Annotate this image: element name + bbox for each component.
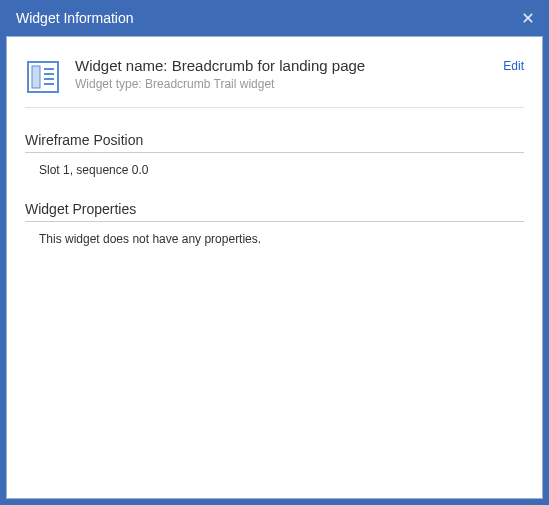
widget-icon — [25, 59, 61, 95]
dialog-title: Widget Information — [16, 10, 134, 26]
widget-name-label: Widget name: Breadcrumb for landing page — [75, 57, 489, 74]
titlebar: Widget Information — [6, 0, 543, 36]
svg-rect-3 — [32, 66, 40, 88]
section-title-properties: Widget Properties — [25, 201, 524, 222]
widget-header: Widget name: Breadcrumb for landing page… — [25, 53, 524, 108]
section-title-wireframe: Wireframe Position — [25, 132, 524, 153]
dialog-content: Widget name: Breadcrumb for landing page… — [6, 36, 543, 499]
dialog-window: Widget Information Widget name: — [0, 0, 549, 505]
edit-button[interactable]: Edit — [503, 59, 524, 73]
wireframe-position-value: Slot 1, sequence 0.0 — [25, 153, 524, 177]
close-icon[interactable] — [519, 9, 537, 27]
widget-type-label: Widget type: Breadcrumb Trail widget — [75, 77, 489, 91]
widget-header-text: Widget name: Breadcrumb for landing page… — [75, 57, 489, 91]
widget-properties-value: This widget does not have any properties… — [25, 222, 524, 246]
widget-properties-section: Widget Properties This widget does not h… — [25, 201, 524, 246]
wireframe-position-section: Wireframe Position Slot 1, sequence 0.0 — [25, 132, 524, 177]
